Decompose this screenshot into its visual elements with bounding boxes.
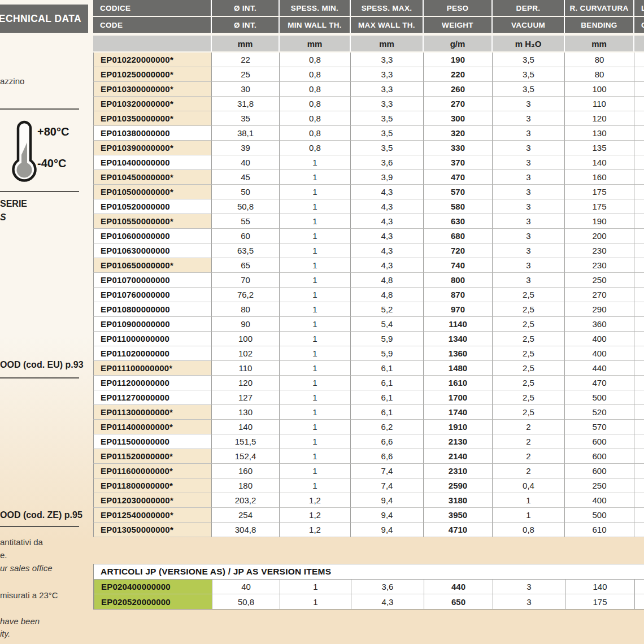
code-cell: EP010250000000* — [93, 67, 212, 82]
value-cell: 3 — [493, 111, 565, 126]
value-cell: 190 — [424, 53, 493, 67]
value-cell: 0,8 — [280, 53, 351, 67]
value-cell: 3 — [493, 199, 565, 214]
value-cell: 370 — [424, 155, 493, 170]
value-cell: 5,4 — [351, 317, 424, 332]
value-cell: 230 — [565, 258, 634, 273]
value-cell: 127 — [212, 390, 280, 405]
footnote-line: e. — [0, 550, 7, 560]
value-cell: 3 — [493, 229, 565, 243]
value-cell: 50,8 — [212, 594, 280, 609]
code-cell: EP011200000000 — [93, 376, 212, 390]
value-cell: 76,2 — [212, 288, 280, 302]
value-cell: 0,8 — [280, 67, 351, 82]
column-header-cell: VACUUM — [493, 17, 565, 33]
value-cell: 0,8 — [280, 97, 351, 111]
value-cell: 1 — [280, 302, 351, 317]
table-row: EP0106000000006014,36803200 — [93, 229, 644, 243]
value-cell: 1 — [280, 273, 351, 288]
value-cell — [634, 243, 644, 258]
unit-cell: mm — [565, 36, 634, 51]
value-cell: 250 — [565, 478, 634, 493]
value-cell: 3,6 — [351, 155, 424, 170]
value-cell: 50 — [212, 185, 280, 199]
value-cell: 31,8 — [212, 97, 280, 111]
value-cell: 175 — [565, 199, 634, 214]
code-cell: EP010520000000 — [93, 199, 212, 214]
value-cell: 360 — [565, 317, 634, 332]
value-cell — [634, 523, 644, 537]
value-cell — [634, 53, 644, 67]
unit-cell — [93, 36, 212, 51]
value-cell: 6,1 — [351, 390, 424, 405]
value-cell: 120 — [212, 376, 280, 390]
series-label-line2: S — [0, 212, 6, 223]
value-cell: 1 — [280, 170, 351, 185]
food-eu-reference: OOD (cod. EU) p.93 — [0, 360, 84, 370]
value-cell: 0,8 — [280, 126, 351, 141]
value-cell: 100 — [212, 332, 280, 346]
code-cell: EP020520000000 — [94, 594, 212, 609]
code-cell: EP011600000000* — [93, 464, 212, 478]
value-cell: 63,5 — [212, 243, 280, 258]
value-cell: 1 — [280, 346, 351, 361]
value-cell: 260 — [424, 82, 493, 97]
value-cell: 2,5 — [493, 317, 565, 332]
code-cell: EP020400000000 — [94, 580, 212, 594]
column-header-cell: SPESS. MAX. — [351, 0, 424, 16]
value-cell: 2590 — [424, 478, 493, 493]
unit-cell: mm — [212, 36, 280, 51]
table-row: EP01076000000076,214,88702,5270 — [93, 288, 644, 302]
thermometer-icon — [8, 120, 41, 185]
value-cell: 55 — [212, 214, 280, 229]
value-cell: 140 — [565, 580, 635, 594]
column-header-cell: WEIGHT — [424, 17, 493, 33]
value-cell: 6,1 — [351, 405, 424, 420]
footnote-line: ur sales office — [0, 563, 53, 573]
value-cell: 6,6 — [351, 449, 424, 464]
value-cell: 0,8 — [280, 141, 351, 155]
value-cell: 1 — [280, 288, 351, 302]
value-cell: 152,4 — [212, 449, 280, 464]
column-header-cell: CODE — [93, 17, 212, 33]
value-cell: 2,5 — [493, 288, 565, 302]
table-row: EP0108000000008015,29702,5290 — [93, 302, 644, 317]
value-cell — [634, 229, 644, 243]
value-cell: 1740 — [424, 405, 493, 420]
column-header-cell: BENDING — [565, 17, 634, 33]
value-cell: 30 — [212, 82, 280, 97]
value-cell: 90 — [212, 317, 280, 332]
value-cell: 38,1 — [212, 126, 280, 141]
table-row: EP012030000000*203,21,29,431801400 — [93, 493, 644, 508]
unit-cell: mm — [351, 36, 424, 51]
value-cell: 2 — [493, 449, 565, 464]
catalog-page: ECHNICAL DATA azzino +80°C -40°C SERIE S… — [0, 0, 644, 644]
value-cell: 580 — [424, 199, 493, 214]
value-cell — [634, 478, 644, 493]
value-cell: 400 — [565, 332, 634, 346]
value-cell: 740 — [424, 258, 493, 273]
code-cell: EP010450000000* — [93, 170, 212, 185]
value-cell: 22 — [212, 53, 280, 67]
table-row: EP010650000000*6514,37403230 — [93, 258, 644, 273]
code-cell: EP010350000000* — [93, 111, 212, 126]
code-cell: EP011000000000 — [93, 332, 212, 346]
table-row: EP010350000000*350,83,53003120 — [93, 111, 644, 126]
value-cell: 1 — [493, 493, 565, 508]
table-row: EP01102000000010215,913602,5400 — [93, 346, 644, 361]
value-cell: 140 — [565, 155, 634, 170]
code-cell: EP012030000000* — [93, 493, 212, 508]
value-cell: 330 — [424, 141, 493, 155]
value-cell: 1 — [280, 376, 351, 390]
value-cell: 80 — [565, 53, 634, 67]
value-cell: 180 — [212, 478, 280, 493]
code-cell: EP010600000000 — [93, 229, 212, 243]
footnote-line: misurati a 23°C — [0, 590, 58, 600]
column-header-cell: Ø INT. — [212, 0, 280, 16]
table-row: EP010390000000*390,83,53303135 — [93, 141, 644, 155]
value-cell: 0,8 — [280, 82, 351, 97]
column-header-cell: Ø INT. — [212, 17, 280, 33]
value-cell: 2,5 — [493, 332, 565, 346]
column-header-cell: CODICE — [93, 0, 212, 16]
divider — [0, 377, 79, 378]
